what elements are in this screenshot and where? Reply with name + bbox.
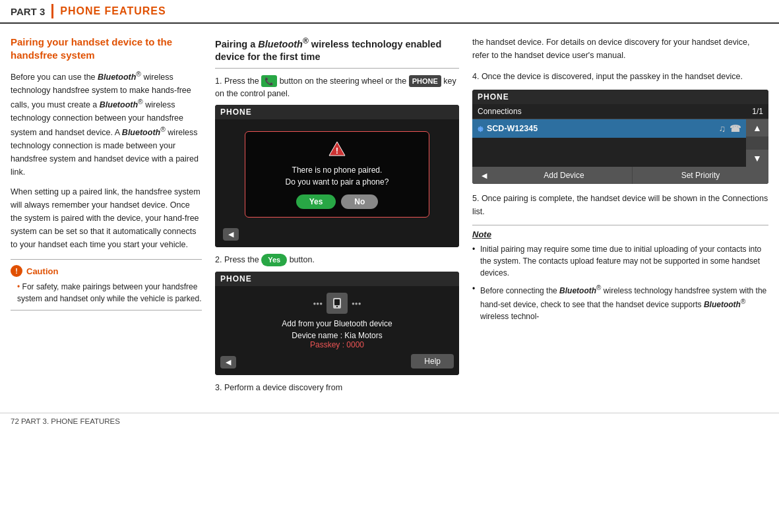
page-title: PHONE FEATURES [60, 5, 166, 17]
bt-word3: Bluetooth [122, 128, 160, 137]
dialog-icon-wrap: ! [256, 140, 418, 160]
note-box: Note Initial pairing may require some ti… [472, 225, 768, 322]
col1-body1: Before you can use the Bluetooth® wirele… [11, 69, 202, 251]
phone-svg [331, 297, 343, 309]
scroll-col: ▲ ▼ [746, 119, 768, 167]
page-header: PART 3 PHONE FEATURES [0, 0, 779, 24]
connections-device-name: SCD-W12345 [487, 124, 538, 133]
connections-item-icons: ♫ ☎ [719, 123, 741, 134]
bt-word-note: Bluetooth [559, 286, 596, 295]
caution-label: Caution [26, 266, 58, 276]
phone-screen2-body: ●●● ●●● Add from your Bluetooth device D… [215, 286, 459, 375]
main-content: Pairing your handset device to the hands… [0, 24, 779, 406]
conn-empty-row2 [472, 152, 746, 167]
step1-text: 1. Press the 📞 button on the steering wh… [215, 75, 459, 100]
connections-screen: PHONE Connections 1/1 ⎈ SCD-W12345 ♫ ☎ [472, 90, 768, 184]
step3-cont: the handset device. For details on devic… [472, 36, 768, 62]
set-priority-button[interactable]: Set Priority [633, 167, 768, 184]
conn-empty-row1 [472, 138, 746, 152]
scroll-track [746, 136, 768, 150]
dialog-buttons[interactable]: Yes No [256, 194, 418, 209]
connections-subheader: Connections 1/1 [472, 104, 768, 119]
col1-paragraph1: Before you can use the Bluetooth® wirele… [11, 69, 202, 179]
column-3: the handset device. For details on devic… [472, 36, 768, 399]
step3-text-cont: the handset device. For details on devic… [472, 38, 749, 60]
dialog-line2: Do you want to pair a phone? [256, 176, 418, 188]
pairing-icons-row: ●●● ●●● [220, 293, 454, 314]
connections-main: ⎈ SCD-W12345 ♫ ☎ [472, 119, 746, 167]
scroll-up-button[interactable]: ▲ [746, 119, 768, 136]
connections-page: 1/1 [752, 107, 763, 116]
svg-rect-3 [334, 299, 340, 305]
back-button-2[interactable]: ◀ [220, 356, 236, 369]
caution-title: ! Caution [11, 265, 202, 277]
bt-word-col2: Bluetooth [258, 39, 303, 49]
pairing-add-label: Add from your Bluetooth device [220, 319, 454, 328]
connections-label: Connections [478, 107, 522, 116]
screen1-back-area: ◀ [220, 223, 454, 241]
header-divider [51, 4, 53, 18]
col2-title: Pairing a Bluetooth® wireless technology… [215, 36, 459, 69]
connections-item: ⎈ SCD-W12345 ♫ ☎ [472, 119, 746, 138]
caution-box: ! Caution For safety, make pairings betw… [11, 259, 202, 310]
connections-back-button[interactable]: ◀ [472, 167, 496, 184]
dialog-box: ! There is no phone paired. Do you want … [245, 131, 429, 218]
footer-text: 72 PART 3. PHONE FEATURES [11, 417, 120, 425]
step3-text: 3. Perform a device discovery from [215, 382, 459, 394]
part-label: PART 3 [11, 6, 45, 17]
help-button[interactable]: Help [411, 354, 454, 369]
bluetooth-symbol: ⎈ [478, 123, 483, 134]
connections-row: ⎈ SCD-W12345 ♫ ☎ ▲ ▼ [472, 119, 768, 167]
bt-word: Bluetooth [98, 73, 136, 82]
phone-icon [327, 293, 348, 314]
dialog-yes-button[interactable]: Yes [296, 194, 336, 209]
step5-text: 5. Once pairing is complete, the handset… [472, 192, 768, 218]
caution-item: For safety, make pairings between your h… [11, 281, 202, 305]
step2-text: 2. Press the Yes button. [215, 254, 459, 266]
music-icon: ♫ [719, 123, 726, 134]
phone-screen2-header: PHONE [215, 272, 459, 286]
footer: 72 PART 3. PHONE FEATURES [0, 413, 779, 429]
phone-btn-icon: 📞 [261, 75, 277, 88]
column-1: Pairing your handset device to the hands… [11, 36, 202, 399]
dialog-no-button[interactable]: No [341, 194, 378, 209]
phone-screen-2: PHONE ●●● ●●● Add from your Bluetooth de… [215, 272, 459, 375]
back-button-1[interactable]: ◀ [223, 228, 239, 241]
phone-screen1-body: ! There is no phone paired. Do you want … [215, 119, 459, 247]
pairing-bottom-bar: ◀ Help [220, 353, 454, 369]
connections-bottom-bar: ◀ Add Device Set Priority [472, 167, 768, 184]
bt-word-note2: Bluetooth [704, 300, 741, 309]
note-item-2: Before connecting the Bluetooth® wireles… [472, 283, 768, 322]
bt-word2: Bluetooth [100, 100, 138, 109]
dot2: ●●● [352, 301, 361, 307]
step5-para: 5. Once pairing is complete, the handset… [472, 192, 768, 218]
dot1: ●●● [313, 301, 323, 307]
phone-screen1-header: PHONE [215, 105, 459, 119]
svg-point-4 [336, 306, 338, 307]
connections-header: PHONE [472, 90, 768, 104]
pairing-passkey: Passkey : 0000 [220, 340, 454, 349]
add-device-button[interactable]: Add Device [496, 167, 633, 184]
note-title: Note [472, 229, 768, 239]
caution-icon: ! [11, 265, 22, 277]
scroll-down-button[interactable]: ▼ [746, 150, 768, 167]
dialog-line1: There is no phone paired. [256, 164, 418, 176]
column-2: Pairing a Bluetooth® wireless technology… [215, 36, 459, 399]
yes-btn-inline: Yes [261, 254, 287, 266]
col1-title: Pairing your handset device to the hands… [11, 36, 202, 61]
pairing-device-name: Device name : Kia Motors [220, 331, 454, 340]
svg-text:!: ! [336, 146, 338, 156]
step4-para: 4. Once the device is discovered, input … [472, 70, 768, 83]
warning-icon: ! [328, 140, 346, 158]
step4-text: 4. Once the device is discovered, input … [472, 70, 768, 83]
phone-icon2: ☎ [730, 123, 741, 134]
dialog-text: There is no phone paired. Do you want to… [256, 164, 418, 188]
phone-key: PHONE [409, 75, 441, 88]
note-item-1: Initial pairing may require some time du… [472, 243, 768, 279]
col1-paragraph2: When setting up a paired link, the hands… [11, 185, 202, 251]
phone-screen-1: PHONE ! There is no phone paired. Do you… [215, 105, 459, 247]
